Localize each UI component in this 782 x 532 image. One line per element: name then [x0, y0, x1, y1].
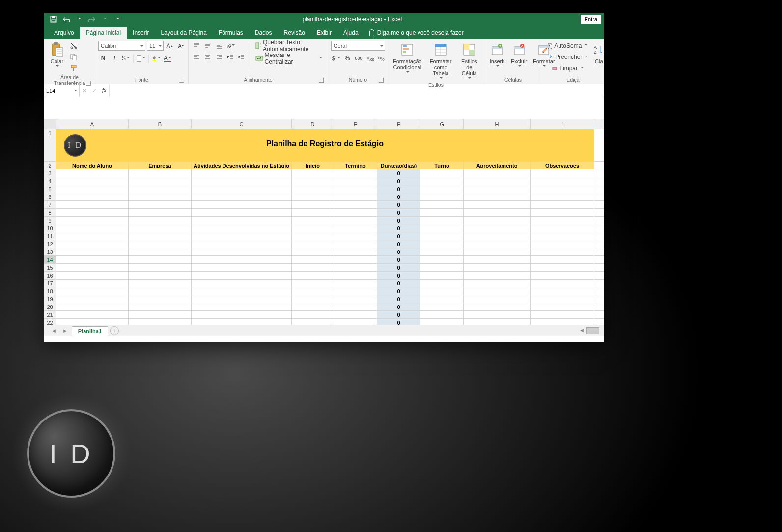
underline-button[interactable]: S	[121, 54, 131, 63]
row-header[interactable]: 8	[44, 209, 56, 216]
font-size-combo[interactable]: 11	[147, 41, 164, 51]
cell[interactable]: 0	[377, 303, 420, 310]
tab-help[interactable]: Ajuda	[337, 27, 364, 39]
cell[interactable]	[56, 280, 129, 287]
decrease-font-button[interactable]: A▼	[176, 41, 186, 51]
row-header[interactable]: 2	[44, 162, 56, 169]
row-header[interactable]: 12	[44, 240, 56, 248]
align-middle-button[interactable]	[203, 41, 213, 51]
cell[interactable]	[56, 217, 129, 224]
cell[interactable]	[420, 224, 464, 232]
column-title[interactable]: Inicio	[292, 162, 334, 169]
cell[interactable]	[129, 295, 192, 303]
cell[interactable]	[420, 256, 464, 263]
undo-dropdown[interactable]	[73, 14, 85, 25]
cut-button[interactable]	[69, 41, 79, 51]
clear-button[interactable]: Limpar	[545, 63, 590, 73]
sort-filter-button[interactable]: AZCla	[592, 41, 604, 65]
cell[interactable]	[129, 209, 192, 216]
cell[interactable]	[56, 295, 129, 303]
merge-center-button[interactable]: Mesclar e Centralizar	[253, 54, 325, 63]
wrap-text-button[interactable]: Quebrar Texto Automaticamente	[253, 41, 325, 51]
column-title[interactable]: Observações	[531, 162, 594, 169]
cell[interactable]	[56, 177, 129, 185]
row-header[interactable]: 18	[44, 287, 56, 295]
cell[interactable]	[420, 177, 464, 185]
cell[interactable]	[292, 280, 334, 287]
cell[interactable]	[56, 311, 129, 318]
fill-button[interactable]: Preencher	[545, 52, 590, 62]
horizontal-scrollbar[interactable]: ◄	[121, 327, 604, 334]
column-title[interactable]: Atividades Desenvolvidas no Estágio	[192, 162, 292, 169]
cell[interactable]	[292, 264, 334, 271]
decrease-decimal-button[interactable]: .00.0	[376, 54, 386, 63]
cell[interactable]	[464, 169, 531, 177]
cell[interactable]: 0	[377, 248, 420, 255]
cell[interactable]	[192, 240, 292, 248]
tab-insert[interactable]: Inserir	[127, 27, 155, 39]
cell[interactable]	[531, 295, 594, 303]
cell[interactable]	[531, 256, 594, 263]
increase-decimal-button[interactable]: .0.00	[365, 54, 375, 63]
column-header-B[interactable]: B	[129, 119, 192, 129]
dialog-launcher-icon[interactable]	[86, 81, 91, 86]
cell[interactable]	[192, 232, 292, 240]
cell[interactable]	[334, 232, 377, 240]
cell[interactable]	[420, 248, 464, 255]
percent-button[interactable]: %	[342, 54, 352, 63]
cell[interactable]	[56, 193, 129, 200]
column-title[interactable]: Duração(dias)	[377, 162, 420, 169]
cell[interactable]	[129, 280, 192, 287]
cell[interactable]	[334, 240, 377, 248]
redo-button[interactable]	[85, 14, 98, 25]
font-color-button[interactable]: A	[163, 54, 172, 63]
row-header[interactable]: 15	[44, 264, 56, 271]
cell[interactable]	[292, 232, 334, 240]
cell[interactable]	[129, 240, 192, 248]
cell[interactable]	[292, 224, 334, 232]
cell[interactable]	[334, 201, 377, 208]
cell[interactable]	[464, 177, 531, 185]
select-all-corner[interactable]	[44, 119, 56, 129]
cell[interactable]	[464, 209, 531, 216]
cell[interactable]	[334, 224, 377, 232]
tab-data[interactable]: Dados	[249, 27, 278, 39]
cell[interactable]: 0	[377, 185, 420, 193]
font-name-combo[interactable]: Calibri	[98, 41, 145, 51]
column-header-G[interactable]: G	[420, 119, 464, 129]
align-right-button[interactable]	[214, 52, 224, 62]
cell[interactable]	[192, 295, 292, 303]
cell[interactable]	[292, 169, 334, 177]
cell[interactable]	[129, 287, 192, 295]
cell[interactable]	[420, 287, 464, 295]
format-as-table-button[interactable]: Formatar como Tabela	[426, 41, 456, 81]
row-header[interactable]: 5	[44, 185, 56, 193]
row-header[interactable]: 21	[44, 311, 56, 318]
cell[interactable]	[129, 169, 192, 177]
cell[interactable]: 0	[377, 287, 420, 295]
cell[interactable]: 0	[377, 264, 420, 271]
cell[interactable]	[420, 169, 464, 177]
sign-in-button[interactable]: Entra	[581, 15, 601, 24]
cell[interactable]	[129, 201, 192, 208]
cell[interactable]	[292, 217, 334, 224]
cell[interactable]	[420, 240, 464, 248]
sheet-nav-prev[interactable]: ◄	[49, 328, 58, 334]
increase-font-button[interactable]: A▲	[165, 41, 175, 51]
cell[interactable]	[56, 232, 129, 240]
column-header-I[interactable]: I	[531, 119, 594, 129]
cell[interactable]	[334, 209, 377, 216]
cell[interactable]: 0	[377, 193, 420, 200]
cell[interactable]	[420, 303, 464, 310]
cell[interactable]	[531, 303, 594, 310]
cell[interactable]	[464, 201, 531, 208]
cell[interactable]	[292, 201, 334, 208]
cell[interactable]: 0	[377, 209, 420, 216]
cell[interactable]	[464, 193, 531, 200]
cell[interactable]	[56, 240, 129, 248]
cell[interactable]	[334, 272, 377, 279]
cell[interactable]	[56, 224, 129, 232]
sheet-tab-active[interactable]: Planilha1	[72, 326, 108, 336]
column-header-E[interactable]: E	[334, 119, 377, 129]
cell[interactable]	[192, 193, 292, 200]
